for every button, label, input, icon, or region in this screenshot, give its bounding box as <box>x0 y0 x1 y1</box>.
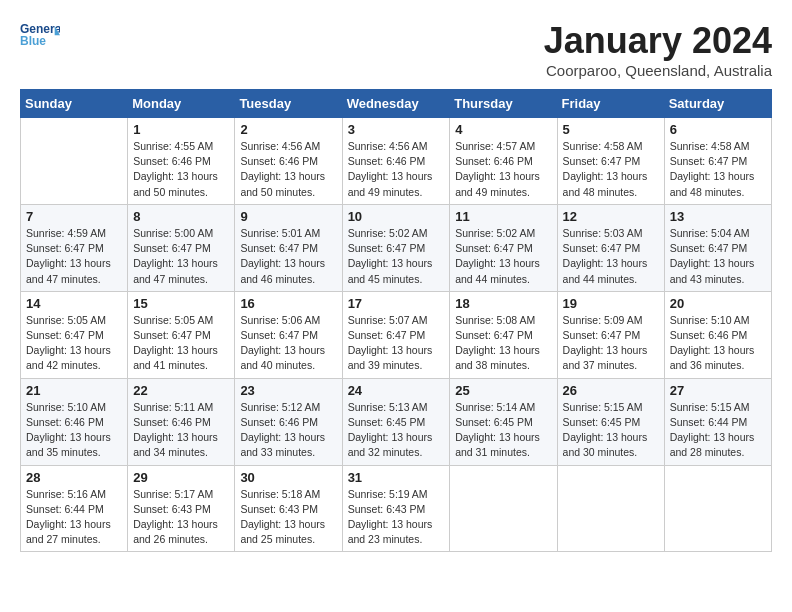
logo: General Blue <box>20 20 60 50</box>
week-row-5: 28Sunrise: 5:16 AMSunset: 6:44 PMDayligh… <box>21 465 772 552</box>
calendar-cell: 15Sunrise: 5:05 AMSunset: 6:47 PMDayligh… <box>128 291 235 378</box>
weekday-wednesday: Wednesday <box>342 90 450 118</box>
calendar-cell <box>21 118 128 205</box>
day-number: 1 <box>133 122 229 137</box>
day-info: Sunrise: 4:55 AMSunset: 6:46 PMDaylight:… <box>133 139 229 200</box>
weekday-saturday: Saturday <box>664 90 771 118</box>
day-number: 6 <box>670 122 766 137</box>
day-info: Sunrise: 5:05 AMSunset: 6:47 PMDaylight:… <box>26 313 122 374</box>
calendar-cell <box>557 465 664 552</box>
day-info: Sunrise: 5:02 AMSunset: 6:47 PMDaylight:… <box>348 226 445 287</box>
day-number: 2 <box>240 122 336 137</box>
day-info: Sunrise: 5:18 AMSunset: 6:43 PMDaylight:… <box>240 487 336 548</box>
day-info: Sunrise: 5:06 AMSunset: 6:47 PMDaylight:… <box>240 313 336 374</box>
day-info: Sunrise: 4:58 AMSunset: 6:47 PMDaylight:… <box>563 139 659 200</box>
day-info: Sunrise: 5:05 AMSunset: 6:47 PMDaylight:… <box>133 313 229 374</box>
calendar-cell <box>450 465 557 552</box>
day-info: Sunrise: 5:15 AMSunset: 6:45 PMDaylight:… <box>563 400 659 461</box>
calendar-cell: 5Sunrise: 4:58 AMSunset: 6:47 PMDaylight… <box>557 118 664 205</box>
calendar-cell: 17Sunrise: 5:07 AMSunset: 6:47 PMDayligh… <box>342 291 450 378</box>
day-number: 29 <box>133 470 229 485</box>
calendar-cell: 7Sunrise: 4:59 AMSunset: 6:47 PMDaylight… <box>21 204 128 291</box>
day-info: Sunrise: 5:01 AMSunset: 6:47 PMDaylight:… <box>240 226 336 287</box>
calendar-cell: 16Sunrise: 5:06 AMSunset: 6:47 PMDayligh… <box>235 291 342 378</box>
location: Coorparoo, Queensland, Australia <box>544 62 772 79</box>
week-row-4: 21Sunrise: 5:10 AMSunset: 6:46 PMDayligh… <box>21 378 772 465</box>
calendar-cell: 2Sunrise: 4:56 AMSunset: 6:46 PMDaylight… <box>235 118 342 205</box>
day-number: 18 <box>455 296 551 311</box>
weekday-monday: Monday <box>128 90 235 118</box>
calendar-cell: 9Sunrise: 5:01 AMSunset: 6:47 PMDaylight… <box>235 204 342 291</box>
title-area: January 2024 Coorparoo, Queensland, Aust… <box>544 20 772 79</box>
day-info: Sunrise: 5:14 AMSunset: 6:45 PMDaylight:… <box>455 400 551 461</box>
calendar-cell: 4Sunrise: 4:57 AMSunset: 6:46 PMDaylight… <box>450 118 557 205</box>
day-number: 4 <box>455 122 551 137</box>
calendar-cell: 12Sunrise: 5:03 AMSunset: 6:47 PMDayligh… <box>557 204 664 291</box>
day-number: 25 <box>455 383 551 398</box>
calendar-cell: 30Sunrise: 5:18 AMSunset: 6:43 PMDayligh… <box>235 465 342 552</box>
day-info: Sunrise: 4:58 AMSunset: 6:47 PMDaylight:… <box>670 139 766 200</box>
header: General Blue January 2024 Coorparoo, Que… <box>20 20 772 79</box>
calendar-cell: 23Sunrise: 5:12 AMSunset: 6:46 PMDayligh… <box>235 378 342 465</box>
day-info: Sunrise: 5:02 AMSunset: 6:47 PMDaylight:… <box>455 226 551 287</box>
day-info: Sunrise: 4:59 AMSunset: 6:47 PMDaylight:… <box>26 226 122 287</box>
day-number: 5 <box>563 122 659 137</box>
calendar-cell: 22Sunrise: 5:11 AMSunset: 6:46 PMDayligh… <box>128 378 235 465</box>
weekday-sunday: Sunday <box>21 90 128 118</box>
calendar-cell: 3Sunrise: 4:56 AMSunset: 6:46 PMDaylight… <box>342 118 450 205</box>
calendar-cell: 18Sunrise: 5:08 AMSunset: 6:47 PMDayligh… <box>450 291 557 378</box>
calendar-cell: 26Sunrise: 5:15 AMSunset: 6:45 PMDayligh… <box>557 378 664 465</box>
day-info: Sunrise: 5:03 AMSunset: 6:47 PMDaylight:… <box>563 226 659 287</box>
day-number: 23 <box>240 383 336 398</box>
day-info: Sunrise: 5:12 AMSunset: 6:46 PMDaylight:… <box>240 400 336 461</box>
month-title: January 2024 <box>544 20 772 62</box>
calendar-cell: 29Sunrise: 5:17 AMSunset: 6:43 PMDayligh… <box>128 465 235 552</box>
day-info: Sunrise: 5:09 AMSunset: 6:47 PMDaylight:… <box>563 313 659 374</box>
day-number: 3 <box>348 122 445 137</box>
week-row-1: 1Sunrise: 4:55 AMSunset: 6:46 PMDaylight… <box>21 118 772 205</box>
day-number: 13 <box>670 209 766 224</box>
day-number: 14 <box>26 296 122 311</box>
day-number: 20 <box>670 296 766 311</box>
day-number: 19 <box>563 296 659 311</box>
calendar-cell: 21Sunrise: 5:10 AMSunset: 6:46 PMDayligh… <box>21 378 128 465</box>
calendar-cell: 25Sunrise: 5:14 AMSunset: 6:45 PMDayligh… <box>450 378 557 465</box>
calendar-cell: 14Sunrise: 5:05 AMSunset: 6:47 PMDayligh… <box>21 291 128 378</box>
calendar-cell: 11Sunrise: 5:02 AMSunset: 6:47 PMDayligh… <box>450 204 557 291</box>
day-info: Sunrise: 5:11 AMSunset: 6:46 PMDaylight:… <box>133 400 229 461</box>
day-info: Sunrise: 5:00 AMSunset: 6:47 PMDaylight:… <box>133 226 229 287</box>
day-info: Sunrise: 5:16 AMSunset: 6:44 PMDaylight:… <box>26 487 122 548</box>
day-info: Sunrise: 5:19 AMSunset: 6:43 PMDaylight:… <box>348 487 445 548</box>
day-info: Sunrise: 5:10 AMSunset: 6:46 PMDaylight:… <box>670 313 766 374</box>
calendar-cell: 19Sunrise: 5:09 AMSunset: 6:47 PMDayligh… <box>557 291 664 378</box>
weekday-header-row: SundayMondayTuesdayWednesdayThursdayFrid… <box>21 90 772 118</box>
calendar-cell: 1Sunrise: 4:55 AMSunset: 6:46 PMDaylight… <box>128 118 235 205</box>
day-number: 16 <box>240 296 336 311</box>
week-row-2: 7Sunrise: 4:59 AMSunset: 6:47 PMDaylight… <box>21 204 772 291</box>
calendar-body: 1Sunrise: 4:55 AMSunset: 6:46 PMDaylight… <box>21 118 772 552</box>
day-number: 22 <box>133 383 229 398</box>
day-number: 30 <box>240 470 336 485</box>
calendar-cell: 13Sunrise: 5:04 AMSunset: 6:47 PMDayligh… <box>664 204 771 291</box>
day-number: 12 <box>563 209 659 224</box>
day-info: Sunrise: 5:04 AMSunset: 6:47 PMDaylight:… <box>670 226 766 287</box>
day-number: 21 <box>26 383 122 398</box>
weekday-friday: Friday <box>557 90 664 118</box>
calendar-cell: 6Sunrise: 4:58 AMSunset: 6:47 PMDaylight… <box>664 118 771 205</box>
svg-text:Blue: Blue <box>20 34 46 48</box>
logo-icon: General Blue <box>20 20 60 48</box>
calendar-cell: 27Sunrise: 5:15 AMSunset: 6:44 PMDayligh… <box>664 378 771 465</box>
day-number: 17 <box>348 296 445 311</box>
weekday-tuesday: Tuesday <box>235 90 342 118</box>
day-number: 26 <box>563 383 659 398</box>
calendar-cell <box>664 465 771 552</box>
day-number: 24 <box>348 383 445 398</box>
day-info: Sunrise: 4:56 AMSunset: 6:46 PMDaylight:… <box>240 139 336 200</box>
calendar-table: SundayMondayTuesdayWednesdayThursdayFrid… <box>20 89 772 552</box>
calendar-cell: 28Sunrise: 5:16 AMSunset: 6:44 PMDayligh… <box>21 465 128 552</box>
day-number: 7 <box>26 209 122 224</box>
day-info: Sunrise: 5:13 AMSunset: 6:45 PMDaylight:… <box>348 400 445 461</box>
calendar-cell: 24Sunrise: 5:13 AMSunset: 6:45 PMDayligh… <box>342 378 450 465</box>
day-number: 15 <box>133 296 229 311</box>
day-info: Sunrise: 4:56 AMSunset: 6:46 PMDaylight:… <box>348 139 445 200</box>
